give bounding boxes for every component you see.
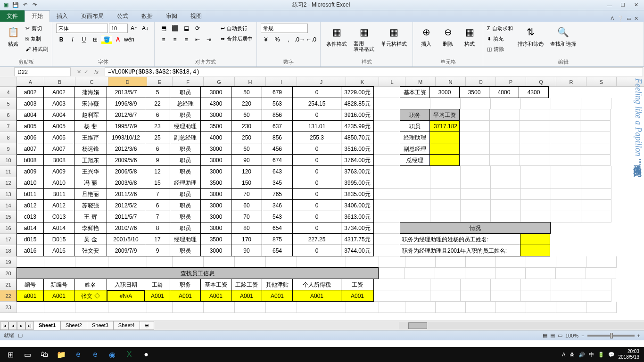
dec-inc-icon[interactable]: .0→	[295, 35, 305, 44]
app-icon-1[interactable]: ◉	[104, 348, 121, 361]
phonetic-button[interactable]: wén	[124, 35, 134, 44]
cell[interactable]: 856	[262, 109, 293, 121]
row-head[interactable]: 14	[0, 200, 17, 211]
cell[interactable]	[550, 155, 580, 166]
cell[interactable]: A009	[43, 165, 74, 177]
cell[interactable]: 3995.00元	[341, 177, 374, 189]
cell[interactable]	[430, 290, 461, 302]
cell[interactable]	[490, 121, 520, 132]
cell[interactable]	[374, 87, 400, 98]
cell[interactable]: 经理助理	[170, 120, 201, 132]
row-head[interactable]: 8	[0, 132, 17, 143]
cell[interactable]	[580, 143, 611, 155]
cell[interactable]	[405, 268, 435, 279]
cell[interactable]: 0	[292, 211, 341, 222]
fx-icon[interactable]: fx	[94, 67, 104, 77]
cell[interactable]: 平均工资	[429, 109, 460, 121]
cell[interactable]: 经理助理	[170, 177, 201, 189]
tray-network-icon[interactable]: 🖧	[570, 352, 575, 357]
cell[interactable]	[491, 166, 521, 177]
cell[interactable]: 3734.00元	[341, 222, 374, 234]
lookup-title[interactable]: 查找员工信息	[17, 267, 379, 279]
row-head[interactable]: 6	[0, 109, 17, 121]
cell[interactable]: 3729.00元	[341, 86, 374, 98]
cell[interactable]	[580, 109, 611, 121]
cell[interactable]	[44, 256, 75, 268]
cell[interactable]	[551, 200, 581, 211]
wrap-text-button[interactable]: ↩自动换行	[221, 24, 253, 33]
sheet-tab[interactable]: Sheet1	[33, 321, 61, 330]
macro-record-icon[interactable]: ▢	[18, 332, 23, 338]
cell[interactable]	[374, 177, 400, 189]
select-all-corner[interactable]	[0, 77, 17, 86]
row-head[interactable]: 23	[0, 302, 17, 313]
cell[interactable]: 3000	[200, 222, 231, 234]
table-format-button[interactable]: ▦套用 表格格式	[352, 24, 376, 53]
cell[interactable]: 工龄工资	[231, 279, 262, 290]
cell[interactable]: A001	[200, 290, 231, 302]
cell[interactable]: 7	[145, 188, 170, 200]
cell[interactable]	[297, 302, 346, 313]
align-mid-icon[interactable]: ⬛	[170, 24, 180, 33]
col-head-O[interactable]: O	[466, 77, 496, 86]
cell[interactable]: 职员	[170, 211, 201, 222]
cell[interactable]: 4300	[519, 86, 549, 98]
cell[interactable]: 0	[292, 109, 341, 121]
cell[interactable]	[461, 166, 491, 177]
cell[interactable]: 70	[231, 188, 262, 200]
cell[interactable]	[586, 256, 617, 268]
store-icon[interactable]: 🛍	[36, 348, 53, 361]
cell[interactable]: A004	[43, 109, 74, 121]
cell[interactable]	[551, 279, 581, 290]
cell[interactable]: A001	[292, 290, 341, 302]
align-top-icon[interactable]: ⬒	[158, 24, 169, 33]
cell[interactable]	[581, 211, 611, 222]
cell[interactable]: 王兴华	[74, 165, 107, 177]
file-tab[interactable]: 文件	[0, 10, 25, 22]
sheet-tab[interactable]: Sheet2	[60, 321, 87, 330]
cell[interactable]	[435, 268, 465, 279]
cell[interactable]: 总经理	[170, 98, 201, 109]
row-head[interactable]: 16	[0, 222, 17, 234]
cell[interactable]: D015	[43, 233, 74, 245]
cell[interactable]	[374, 98, 400, 109]
cell[interactable]: 90	[231, 245, 262, 256]
row-head[interactable]: 10	[0, 155, 17, 166]
cell[interactable]: 苏晓强	[74, 199, 107, 211]
align-left-icon[interactable]: ≡	[158, 35, 169, 44]
paste-button[interactable]: 📋 粘贴	[4, 24, 23, 49]
cell[interactable]: 230	[231, 120, 262, 132]
cell[interactable]: a005	[17, 120, 44, 132]
cell[interactable]: 227.25	[292, 233, 341, 245]
cell[interactable]: 基本工资	[400, 86, 430, 98]
cell[interactable]	[581, 200, 611, 211]
cell[interactable]: A014	[43, 222, 74, 234]
cell[interactable]	[460, 132, 490, 143]
cell[interactable]: 5	[145, 86, 170, 98]
tab-formula[interactable]: 公式	[110, 10, 135, 22]
cell[interactable]: 0	[292, 165, 341, 177]
cell[interactable]	[147, 256, 173, 268]
cell[interactable]: 职员	[170, 222, 201, 234]
cell[interactable]: a010	[17, 177, 44, 189]
cell[interactable]	[374, 245, 400, 256]
cell[interactable]	[521, 211, 551, 222]
cell[interactable]: 3500	[200, 120, 231, 132]
cell[interactable]: 张文安	[74, 245, 107, 256]
cell[interactable]	[235, 302, 266, 313]
cell[interactable]	[490, 109, 520, 121]
cell[interactable]	[374, 222, 400, 234]
cell[interactable]	[581, 177, 611, 189]
cell[interactable]	[581, 189, 611, 200]
cell[interactable]	[429, 154, 460, 166]
cell[interactable]	[75, 256, 108, 268]
row-head[interactable]: 17	[0, 234, 17, 245]
cell[interactable]: 副总经理	[170, 132, 201, 143]
row-head[interactable]: 13	[0, 189, 17, 200]
cell[interactable]: 工资	[341, 279, 374, 290]
cell[interactable]	[400, 290, 430, 302]
cell[interactable]	[374, 109, 400, 121]
format-painter-button[interactable]: 🖌格式刷	[25, 44, 48, 54]
cell[interactable]	[521, 98, 551, 109]
cell[interactable]: 80	[231, 222, 262, 234]
